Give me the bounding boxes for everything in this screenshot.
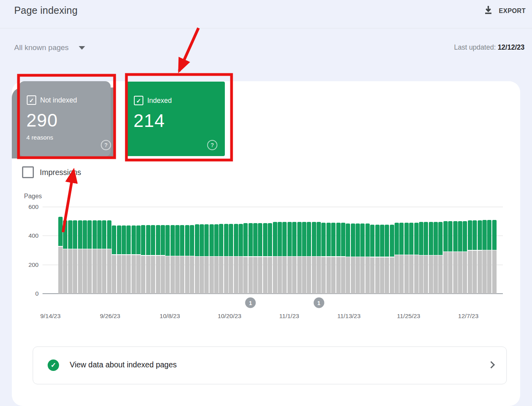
chart-bar[interactable]: [317, 222, 321, 294]
chart-bar[interactable]: [331, 223, 336, 294]
chart-bar[interactable]: [297, 222, 302, 294]
chart-bar[interactable]: [161, 225, 165, 294]
chart-bar[interactable]: [209, 224, 214, 294]
chart-bar[interactable]: [112, 225, 116, 294]
chart-bar[interactable]: [336, 223, 341, 294]
chart-bar[interactable]: [473, 220, 477, 294]
chart-bar[interactable]: [292, 222, 297, 294]
chart-bar[interactable]: [224, 224, 228, 294]
chart-bar[interactable]: [478, 220, 482, 294]
chart-bar[interactable]: [58, 217, 63, 294]
not-indexed-toggle[interactable]: ✓ Not indexed: [27, 95, 77, 105]
chart-bar[interactable]: [243, 223, 248, 294]
chart-bar[interactable]: [214, 224, 219, 294]
chart-bar[interactable]: [146, 225, 150, 294]
chart-bar[interactable]: [78, 220, 82, 294]
chart-bar[interactable]: [73, 220, 77, 294]
checkbox-checked-icon[interactable]: ✓: [134, 96, 143, 105]
chart-bar[interactable]: [492, 220, 497, 294]
chart-bar[interactable]: [68, 220, 72, 294]
chart-bar[interactable]: [141, 225, 145, 294]
chart-bar[interactable]: [370, 225, 374, 294]
chart-bar[interactable]: [156, 225, 160, 294]
chart-bar[interactable]: [278, 222, 282, 294]
chart-bar[interactable]: [200, 224, 204, 294]
chart-bar[interactable]: [375, 225, 380, 294]
chart-bar[interactable]: [126, 225, 131, 294]
chart-bar[interactable]: [102, 220, 106, 294]
chart-bar[interactable]: [117, 225, 121, 294]
chart-bar[interactable]: [258, 223, 262, 294]
chart-bar[interactable]: [93, 220, 97, 294]
chart-bar[interactable]: [97, 220, 102, 294]
chart-bar[interactable]: [390, 225, 394, 294]
chart-bar[interactable]: [185, 225, 189, 294]
chart-bar[interactable]: [365, 223, 370, 294]
chart-bar[interactable]: [171, 225, 175, 294]
chart-bar[interactable]: [273, 222, 277, 294]
chart-bar[interactable]: [453, 221, 458, 294]
view-indexed-data-button[interactable]: ✓ View data about indexed pages: [33, 346, 507, 384]
chart-bar[interactable]: [385, 225, 389, 294]
chart-bar[interactable]: [268, 223, 272, 294]
chart-bar[interactable]: [326, 223, 331, 294]
chart-bar[interactable]: [414, 223, 419, 294]
help-icon[interactable]: ?: [207, 140, 217, 150]
chart-bar[interactable]: [443, 221, 448, 294]
chart-bar[interactable]: [360, 223, 365, 294]
chart-bar[interactable]: [239, 224, 243, 294]
export-button[interactable]: EXPORT: [481, 4, 529, 18]
chart-bar[interactable]: [63, 220, 67, 294]
chart-bar[interactable]: [458, 221, 462, 294]
chart-bar[interactable]: [282, 222, 287, 294]
chart-bar[interactable]: [175, 225, 180, 294]
chart-bar[interactable]: [399, 223, 404, 294]
chart-bar[interactable]: [463, 221, 467, 294]
chart-bar[interactable]: [448, 221, 452, 294]
chart-bar[interactable]: [229, 224, 233, 294]
chart-bar[interactable]: [438, 222, 443, 294]
chart-bar[interactable]: [321, 223, 326, 294]
chart-bar[interactable]: [419, 222, 423, 294]
chart-bar[interactable]: [180, 225, 184, 294]
chart-bar[interactable]: [409, 223, 413, 294]
chart-bar[interactable]: [482, 220, 487, 294]
chart-bar[interactable]: [248, 223, 253, 294]
chart-bar[interactable]: [468, 220, 472, 294]
chart-bar[interactable]: [151, 225, 155, 294]
chart-bar[interactable]: [302, 222, 306, 294]
chart-bar[interactable]: [204, 224, 209, 294]
checkbox-checked-icon[interactable]: ✓: [27, 95, 36, 105]
chart-bar[interactable]: [234, 224, 238, 294]
chart-bar[interactable]: [395, 223, 399, 294]
scope-dropdown[interactable]: All known pages: [14, 43, 85, 52]
chart-annotation-marker[interactable]: 1: [245, 298, 256, 308]
chart-bar[interactable]: [341, 223, 345, 294]
chart-bar[interactable]: [346, 223, 350, 294]
chart-bar[interactable]: [351, 223, 355, 294]
checkbox-unchecked-icon[interactable]: [22, 166, 34, 178]
chart-bar[interactable]: [122, 225, 126, 294]
chart-bar[interactable]: [195, 224, 199, 294]
chart-bar[interactable]: [356, 223, 360, 294]
chart-bar[interactable]: [429, 222, 433, 294]
chart-bar[interactable]: [165, 225, 170, 294]
chart-bar[interactable]: [424, 222, 428, 294]
not-indexed-card[interactable]: ✓ Not indexed 290 4 reasons: [19, 81, 111, 156]
chart-bar[interactable]: [87, 220, 92, 294]
chart-annotation-marker[interactable]: 1: [313, 298, 324, 308]
chart-bar[interactable]: [263, 223, 267, 294]
chart-bar[interactable]: [380, 225, 384, 294]
chart-bar[interactable]: [136, 225, 141, 294]
help-icon[interactable]: ?: [101, 140, 111, 150]
chart-bar[interactable]: [434, 222, 438, 294]
chart-bar[interactable]: [307, 222, 311, 294]
chart-bar[interactable]: [83, 220, 87, 294]
chart-bar[interactable]: [190, 225, 194, 294]
indexed-toggle[interactable]: ✓ Indexed: [134, 96, 172, 105]
chart-bar[interactable]: [132, 225, 136, 294]
chart-bar[interactable]: [404, 223, 409, 294]
chart-bar[interactable]: [487, 220, 491, 294]
chart-bar[interactable]: [219, 224, 223, 294]
impressions-toggle[interactable]: Impressions: [22, 166, 81, 178]
